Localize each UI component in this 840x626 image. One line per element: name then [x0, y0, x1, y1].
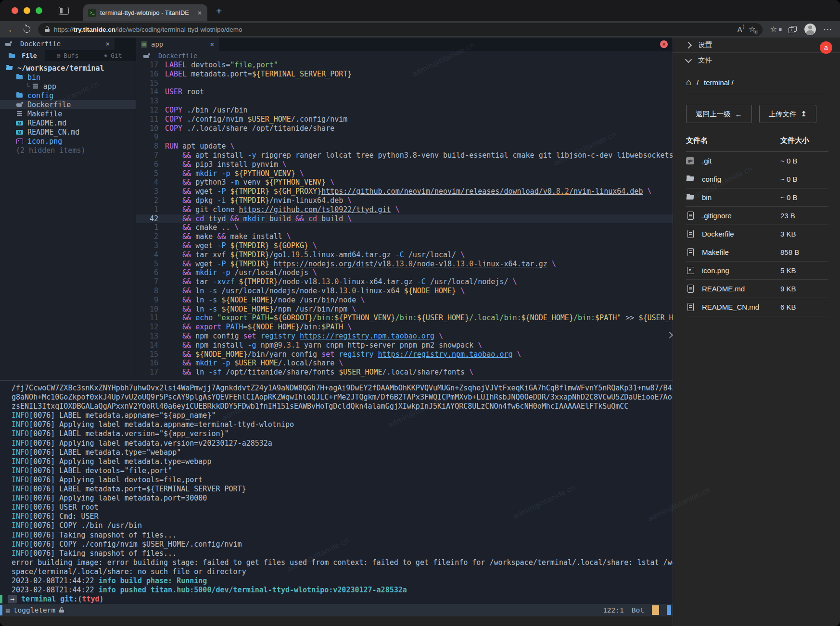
file-row-README.md[interactable]: README.md9 KB	[686, 280, 828, 298]
close-window-button[interactable]	[12, 7, 18, 14]
profile-avatar[interactable]	[804, 24, 816, 35]
code-line: 8 && ln -s /usr/local/nodejs/node-v18.13…	[136, 287, 673, 296]
address-bar[interactable]: https://try.titanide.cn/ide/web/coding/t…	[38, 23, 763, 36]
tree-item-label: bin	[27, 73, 40, 82]
terminal-statusbar: ▤ toggleterm 122:1 Bot	[0, 604, 673, 616]
tree-item-README_CN.md[interactable]: README_CN.md	[0, 127, 136, 137]
reload-button[interactable]	[22, 25, 31, 34]
folder-icon	[16, 92, 24, 99]
tree-item-bin[interactable]: bin	[0, 73, 136, 82]
tree-item-label: Dockerfile	[27, 100, 71, 109]
tree-item-app[interactable]: └app	[0, 82, 136, 91]
file-row-config[interactable]: config~ 0 B	[686, 170, 828, 188]
code-lines[interactable]: 17LABEL devtools="file,port"16LABEL meta…	[136, 61, 673, 380]
code-line: 9	[136, 133, 673, 142]
close-tab-button[interactable]: ×	[197, 9, 203, 17]
tree-item-README.md[interactable]: README.md	[0, 118, 136, 127]
line-number: 16	[136, 70, 165, 79]
section-files[interactable]: 文件	[673, 53, 840, 68]
collections-icon[interactable]	[789, 26, 797, 33]
app-file-icon	[141, 41, 147, 48]
code-line: 11COPY ./config/nvim $USER_HOME/.config/…	[136, 115, 673, 124]
close-all-button[interactable]: ×	[660, 40, 668, 48]
file-row-.gitignore[interactable]: .gitignore23 B	[686, 207, 828, 225]
whale-icon	[5, 41, 13, 47]
go-up-button[interactable]: 返回上一级 ←	[686, 105, 752, 123]
home-icon[interactable]: ⌂	[686, 79, 691, 86]
line-number: 1	[136, 205, 165, 214]
line-number: 8	[136, 287, 165, 296]
line-number: 5	[136, 169, 165, 178]
cursor-position: 122:1	[603, 606, 624, 614]
chevron-right-icon	[685, 41, 692, 48]
file-row-README_CN.md[interactable]: README_CN.md6 KB	[686, 298, 828, 316]
tab-bufs[interactable]: ▤ Bufs	[45, 50, 90, 61]
add-favorite-icon[interactable]: ☆	[749, 25, 755, 33]
user-avatar-badge[interactable]: a	[820, 41, 832, 54]
tree-item-2hiddenitems[interactable]: (2 hidden items)	[0, 146, 136, 155]
code-line: 12 && export PATH=${NODE_HOME}/bin:$PATH…	[136, 323, 673, 332]
url-text[interactable]: https://try.titanide.cn/ide/web/coding/t…	[54, 26, 733, 33]
code-line: 11 && echo "export PATH=${GOROOT}/bin:${…	[136, 313, 673, 323]
panel-collapse-handle[interactable]	[667, 331, 672, 339]
file-tree[interactable]: ~/workspace/terminalbin└appconfigDockerf…	[0, 61, 136, 155]
terminal-line: INFO[0076] Cmd: USER	[0, 512, 673, 521]
zoom-window-button[interactable]	[36, 7, 42, 14]
code-line: 6 && mkdir -p /usr/local/nodejs \	[136, 268, 673, 277]
sidebar-tabs: File ▤ Bufs ◈ Git	[0, 50, 136, 61]
file-row-.git[interactable]: .git~ 0 B	[686, 152, 828, 170]
terminal-line: INFO[0076] LABEL devtools="file,port"	[0, 466, 673, 476]
traffic-lights	[12, 7, 42, 14]
terminal-panel: /fj7CcwoCW7ZXBc3snKxZNYHpbh7uhwOvx2lsi4W…	[0, 380, 673, 626]
tree-item-config[interactable]: config	[0, 91, 136, 100]
scrollbar-thumb[interactable]	[667, 605, 671, 615]
upload-file-button[interactable]: 上传文件 ↥	[759, 105, 817, 123]
line-number: 4	[136, 178, 165, 187]
tree-item-icon.png[interactable]: icon.png	[0, 137, 136, 146]
file-row-icon.png[interactable]: icon.png5 KB	[686, 262, 828, 280]
code-line: 15 && ${NODE_HOME}/bin/yarn config set r…	[136, 350, 673, 359]
line-number: 4	[136, 250, 165, 260]
line-number: 1	[136, 223, 165, 232]
code-line: 14 && npm install -g npm@9.3.1 yarn cnpm…	[136, 341, 673, 350]
terminal-prompt-line: →terminal git:(ttyd)	[0, 595, 673, 604]
editor-tab-app[interactable]: app ×	[136, 38, 219, 51]
tab-file[interactable]: File	[0, 50, 45, 61]
tree-item-workspaceterminal[interactable]: ~/workspace/terminal	[0, 63, 136, 73]
column-filename: 文件名	[686, 136, 780, 145]
code-line: 2 && make && make install \	[136, 232, 673, 241]
section-settings[interactable]: 设置	[673, 38, 840, 53]
whale-icon	[16, 101, 24, 108]
file-icon	[686, 212, 696, 220]
tree-item-label: config	[27, 91, 53, 100]
new-tab-button[interactable]: +	[216, 6, 222, 16]
browser-tab[interactable]: >_ terminal-ttyd-wlotnipo - TitanIDE ×	[83, 4, 207, 21]
browser-menu-icon[interactable]: ···	[824, 25, 832, 34]
code-line: 5 && wget -P ${TMPDIR} https://nodejs.or…	[136, 260, 673, 269]
minimize-window-button[interactable]	[24, 7, 30, 14]
sidebar-buffer-tab[interactable]: Dockerfile ×	[0, 38, 115, 50]
line-number: 11	[136, 115, 165, 124]
tree-item-label: ~/workspace/terminal	[17, 64, 104, 73]
browser-toolbar: ← https://try.titanide.cn/ide/web/coding…	[0, 21, 840, 38]
file-size: 858 B	[780, 248, 828, 256]
code-line: 15	[136, 79, 673, 88]
back-button[interactable]: ←	[8, 25, 16, 34]
terminal-line: 2023-02-08T21:44:22 info pushed titan.hu…	[0, 586, 673, 595]
file-row-Makefile[interactable]: Makefile858 B	[686, 243, 828, 262]
tree-item-Makefile[interactable]: Makefile	[0, 109, 136, 118]
file-row-Dockerfile[interactable]: Dockerfile3 KB	[686, 225, 828, 243]
code-line: 9 && ln -s ${NODE_HOME}/node /usr/bin/no…	[136, 296, 673, 305]
read-aloud-icon[interactable]: A	[738, 25, 744, 33]
editor-tab-close-icon[interactable]: ×	[210, 40, 214, 48]
list-icon: ▤	[57, 52, 61, 59]
tree-item-Dockerfile[interactable]: Dockerfile	[0, 100, 136, 109]
markdown-icon	[16, 129, 24, 135]
code-line: 16LABEL metadata.port=${TERMINAL_SERVER_…	[136, 70, 673, 79]
favorites-bar-icon[interactable]: ☆	[770, 25, 781, 33]
tab-git[interactable]: ◈ Git	[90, 50, 136, 61]
terminal-output[interactable]: /fj7CcwoCW7ZXBc3snKxZNYHpbh7uhwOvx2lsi4W…	[0, 381, 673, 604]
tab-overview-icon[interactable]	[59, 7, 69, 15]
buffer-tab-close-icon[interactable]: ×	[106, 40, 110, 48]
file-row-bin[interactable]: bin~ 0 B	[686, 188, 828, 207]
